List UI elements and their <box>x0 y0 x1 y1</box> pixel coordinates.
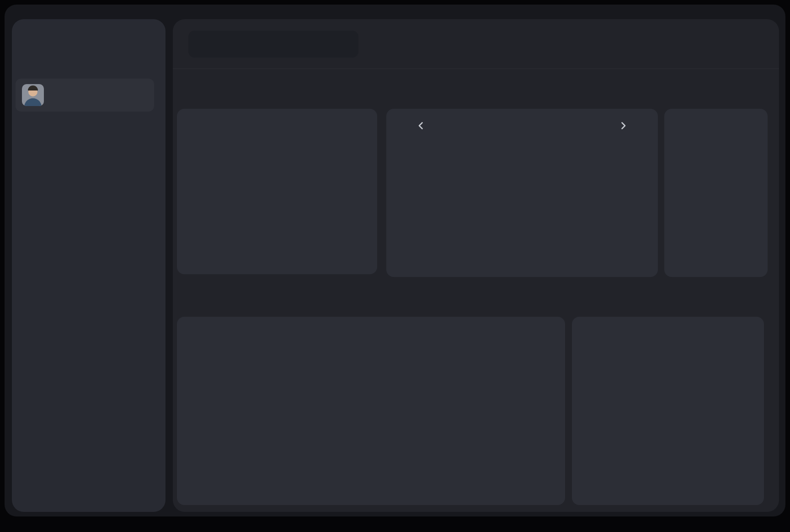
search-box <box>188 31 358 58</box>
calendar-header <box>386 119 658 133</box>
avatar-body <box>24 98 42 106</box>
revenue-chart <box>204 330 543 433</box>
search-icon[interactable] <box>337 39 348 50</box>
avatar-hair <box>28 85 38 90</box>
calendar-next-button[interactable] <box>618 120 629 131</box>
calendar-card <box>386 109 658 277</box>
revenue-card <box>177 317 565 505</box>
calendar-prev-button[interactable] <box>416 120 427 131</box>
upcoming-events-card <box>572 317 764 505</box>
information-card <box>664 109 768 277</box>
avatar <box>22 84 44 106</box>
search-input[interactable] <box>198 40 337 49</box>
sidebar <box>12 19 165 512</box>
screen <box>0 0 790 532</box>
app-window <box>5 5 785 516</box>
chevron-right-icon <box>618 120 629 131</box>
today-events-card <box>177 109 377 274</box>
chevron-left-icon <box>416 120 427 131</box>
user-profile[interactable] <box>16 79 154 112</box>
